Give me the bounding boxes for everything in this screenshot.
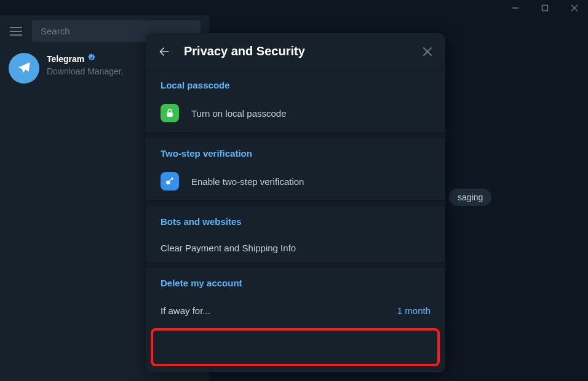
turn-on-local-passcode-item[interactable]: Turn on local passcode — [146, 98, 445, 132]
window-titlebar — [0, 0, 588, 15]
close-window-button[interactable] — [566, 2, 583, 14]
hamburger-icon — [10, 26, 22, 36]
row-value: 1 month — [397, 305, 431, 316]
chat-name: Telegram — [47, 54, 84, 64]
arrow-left-icon — [158, 45, 170, 58]
background-pill: saging — [449, 189, 491, 206]
maximize-button[interactable] — [536, 2, 554, 14]
svg-rect-1 — [542, 5, 548, 10]
section-header-bots: Bots and websites — [146, 206, 445, 234]
item-label: Enable two-step verification — [191, 176, 304, 187]
back-button[interactable] — [158, 45, 170, 58]
close-icon — [571, 4, 578, 12]
minimize-icon — [512, 4, 519, 12]
modal-title: Privacy and Security — [184, 44, 408, 58]
close-icon — [422, 46, 433, 57]
row-label: If away for... — [161, 305, 210, 316]
privacy-security-modal: Privacy and Security Local passcode Turn… — [146, 33, 445, 372]
minimize-button[interactable] — [507, 2, 524, 14]
enable-two-step-item[interactable]: Enable two-step verification — [146, 166, 445, 200]
key-icon — [161, 172, 179, 190]
telegram-icon — [16, 60, 32, 76]
section-header-local-passcode: Local passcode — [146, 70, 445, 98]
lock-icon — [161, 104, 179, 122]
section-header-delete-account: Delete my account — [146, 268, 445, 296]
menu-button[interactable] — [9, 24, 23, 39]
section-header-two-step: Two-step verification — [146, 138, 445, 166]
item-label: Turn on local passcode — [191, 108, 287, 119]
svg-rect-9 — [167, 112, 172, 117]
avatar — [9, 53, 39, 84]
verified-badge-icon — [87, 53, 97, 65]
clear-payment-info-item[interactable]: Clear Payment and Shipping Info — [146, 234, 445, 262]
close-modal-button[interactable] — [422, 46, 433, 57]
if-away-for-item[interactable]: If away for... 1 month — [146, 296, 445, 326]
maximize-icon — [541, 4, 549, 12]
